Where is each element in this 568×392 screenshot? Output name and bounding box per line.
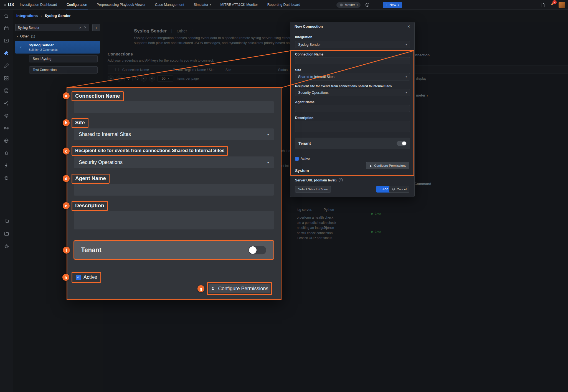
integration-item-syslog-sender[interactable]: ▾ Syslog Sender Built-in • 2 Commands [15, 41, 100, 54]
zoom-active-row: ✓ Active [72, 272, 101, 283]
recipient-site-select[interactable]: Security Operations ▾ [295, 89, 410, 96]
master-site-selector[interactable]: Master ▾ [336, 2, 361, 8]
plus-icon: + [386, 3, 388, 7]
zoom-connection-name-input [74, 101, 274, 113]
rail-windows[interactable] [4, 218, 9, 225]
chevron-down-icon: ▾ [398, 4, 399, 6]
clear-search-icon[interactable]: × [79, 26, 81, 30]
server-url-label: Server URL (domain level) [295, 178, 336, 182]
rail-apps[interactable] [4, 75, 9, 82]
home-icon [4, 13, 9, 19]
topbar-middle-cluster: Master ▾ + New ▾ [336, 0, 402, 10]
tenant-label: Tenant [298, 141, 311, 146]
add-label: Add [382, 187, 388, 191]
rail-broadcast[interactable] [4, 125, 9, 132]
d3-logo[interactable]: ≡ D3 [0, 2, 20, 7]
agent-name-input[interactable] [295, 105, 410, 112]
person-icon [369, 164, 372, 167]
chevron-down-icon: ▾ [405, 43, 407, 46]
avatar[interactable] [559, 2, 565, 8]
nav-simulator[interactable]: Simulator▾ [194, 0, 211, 9]
nav-label: MITRE ATT&CK Monitor [220, 3, 258, 7]
zoom-description-textarea [74, 211, 274, 229]
close-icon[interactable]: × [407, 24, 410, 29]
nav-label: Case Management [155, 3, 184, 7]
document-icon[interactable] [541, 2, 546, 7]
rail-files[interactable] [4, 231, 9, 237]
grid-icon [4, 75, 9, 81]
zoom-agent-name-input [74, 184, 274, 196]
nav-investigation-dashboard[interactable]: Investigation Dashboard [20, 0, 57, 9]
chevron-down-icon: ▾ [17, 35, 18, 38]
breadcrumb-integrations-link[interactable]: Integrations [16, 14, 38, 18]
signal-icon [4, 125, 9, 131]
nav-reporting-dashboard[interactable]: Reporting Dashboard [267, 0, 300, 9]
tenant-toggle[interactable] [397, 141, 407, 146]
rail-geo[interactable] [4, 138, 9, 145]
globe-icon [4, 138, 9, 143]
cancel-button[interactable]: Cancel [389, 186, 409, 193]
configure-permissions-button[interactable]: Configure Permissions [366, 162, 409, 169]
search-icon[interactable] [83, 26, 87, 29]
group-label: Other [20, 34, 29, 38]
chevron-right-icon: › [40, 14, 42, 18]
nav-case-management[interactable]: Case Management [155, 0, 184, 9]
rail-settings[interactable] [4, 113, 9, 120]
search-input[interactable]: Syslog Sender [18, 26, 77, 30]
d3-logo-icon: ≡ [4, 2, 7, 7]
group-other[interactable]: ▾ Other (1) [17, 34, 35, 38]
integration-item-title: Syslog Sender [29, 43, 58, 47]
rail-calendar[interactable] [4, 26, 9, 32]
chevron-down-icon: ▾ [267, 132, 269, 136]
nav-configuration[interactable]: Configuration [67, 0, 87, 9]
add-integration-button[interactable]: + [92, 24, 100, 31]
connection-name-label: Connection Name [295, 52, 323, 56]
zoom-site-label: Site [72, 118, 88, 128]
site-select[interactable]: Shared to Internal Sites ▾ [295, 73, 410, 80]
toggle-knob [249, 246, 257, 254]
integration-select[interactable]: Syslog Sender ▾ [295, 41, 410, 48]
new-button-label: New [389, 3, 396, 7]
add-button[interactable]: + Add [376, 186, 391, 193]
connection-name-input[interactable] [295, 57, 410, 64]
zoom-tenant-toggle [248, 246, 266, 254]
integration-item-subtitle: Built-in • 2 Commands [29, 48, 58, 51]
chevron-down-icon: ▾ [267, 160, 269, 165]
rail-data[interactable] [4, 88, 9, 95]
lightning-icon [4, 163, 9, 168]
zoom-connection-name-label: Connection Name [72, 91, 124, 101]
rail-alerts[interactable] [4, 150, 9, 157]
select-sites-label: Select Sites to Clone [298, 188, 328, 191]
rail-identity[interactable] [4, 175, 9, 182]
check-icon: ✓ [296, 157, 298, 160]
zoom-site-select: Shared to Internal Sites ▾ [74, 128, 274, 140]
active-checkbox[interactable]: ✓ [295, 157, 299, 161]
annotation-badge-e: e [63, 202, 70, 209]
rail-integrations[interactable] [4, 50, 9, 57]
rail-playbooks[interactable] [4, 38, 9, 45]
rail-network[interactable] [4, 100, 9, 107]
rail-system-settings[interactable] [4, 244, 9, 250]
zoom-recipient-site-label: Recipient site for events from connectio… [72, 146, 228, 156]
new-connection-modal: New Connection × Integration Syslog Send… [290, 22, 415, 197]
new-button[interactable]: + New ▾ [383, 2, 402, 8]
command-send-syslog[interactable]: Send Syslog [29, 55, 98, 62]
nav-preprocessing-playbook-viewer[interactable]: Preprocessing Playbook Viewer [97, 0, 145, 9]
database-icon [4, 88, 9, 93]
chevron-down-icon: ▾ [405, 91, 407, 94]
command-label: Send Syslog [33, 57, 51, 61]
integration-search[interactable]: Syslog Sender × [15, 24, 89, 31]
description-textarea[interactable] [295, 121, 410, 132]
nav-mitre-attck-monitor[interactable]: MITRE ATT&CK Monitor [220, 0, 258, 9]
help-icon[interactable]: ? [339, 178, 343, 182]
globe-icon [339, 3, 343, 7]
site-label: Site [295, 68, 301, 72]
info-icon[interactable] [365, 2, 370, 7]
command-label: Test Connection [33, 68, 57, 72]
select-sites-to-clone-button[interactable]: Select Sites to Clone [295, 186, 331, 193]
notifications-button[interactable]: 2 [549, 2, 555, 8]
rail-utilities[interactable] [4, 63, 9, 70]
rail-automation[interactable] [4, 163, 9, 170]
command-test-connection[interactable]: Test Connection [29, 66, 98, 74]
rail-home[interactable] [4, 13, 9, 20]
